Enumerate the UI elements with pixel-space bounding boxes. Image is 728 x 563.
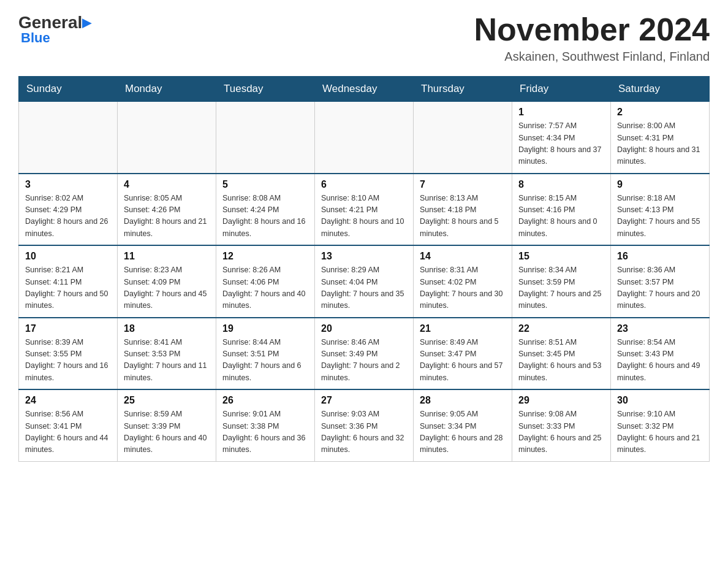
day-number: 10 <box>25 251 111 262</box>
calendar-cell: 11Sunrise: 8:23 AM Sunset: 4:09 PM Dayli… <box>118 245 216 318</box>
day-info: Sunrise: 8:31 AM Sunset: 4:02 PM Dayligh… <box>420 264 506 312</box>
day-info: Sunrise: 9:05 AM Sunset: 3:34 PM Dayligh… <box>420 408 506 456</box>
day-number: 5 <box>222 179 308 190</box>
calendar-cell <box>414 102 512 174</box>
day-info: Sunrise: 8:59 AM Sunset: 3:39 PM Dayligh… <box>124 408 210 456</box>
calendar-cell: 21Sunrise: 8:49 AM Sunset: 3:47 PM Dayli… <box>414 318 512 390</box>
calendar-cell <box>19 102 118 174</box>
location: Askainen, Southwest Finland, Finland <box>474 50 710 64</box>
day-info: Sunrise: 8:36 AM Sunset: 3:57 PM Dayligh… <box>617 264 703 312</box>
weekday-header-wednesday: Wednesday <box>315 77 414 102</box>
calendar-cell: 27Sunrise: 9:03 AM Sunset: 3:36 PM Dayli… <box>315 389 414 461</box>
day-number: 8 <box>518 179 604 190</box>
calendar-cell: 22Sunrise: 8:51 AM Sunset: 3:45 PM Dayli… <box>512 318 611 390</box>
day-info: Sunrise: 8:26 AM Sunset: 4:06 PM Dayligh… <box>222 264 308 312</box>
calendar-cell: 9Sunrise: 8:18 AM Sunset: 4:13 PM Daylig… <box>611 174 710 246</box>
day-info: Sunrise: 8:29 AM Sunset: 4:04 PM Dayligh… <box>321 264 407 312</box>
calendar-cell <box>118 102 216 174</box>
day-info: Sunrise: 8:02 AM Sunset: 4:29 PM Dayligh… <box>25 193 111 240</box>
day-info: Sunrise: 8:56 AM Sunset: 3:41 PM Dayligh… <box>25 408 111 456</box>
day-number: 15 <box>518 251 604 262</box>
day-number: 17 <box>25 323 111 334</box>
day-info: Sunrise: 8:13 AM Sunset: 4:18 PM Dayligh… <box>420 193 506 240</box>
day-info: Sunrise: 8:54 AM Sunset: 3:43 PM Dayligh… <box>617 337 703 385</box>
logo: General ▸ Blue <box>18 12 91 46</box>
day-number: 12 <box>222 251 308 262</box>
day-info: Sunrise: 8:21 AM Sunset: 4:11 PM Dayligh… <box>25 264 111 312</box>
calendar-cell: 29Sunrise: 9:08 AM Sunset: 3:33 PM Dayli… <box>512 389 611 461</box>
weekday-header-friday: Friday <box>512 77 611 102</box>
weekday-header-monday: Monday <box>118 77 216 102</box>
calendar-cell: 14Sunrise: 8:31 AM Sunset: 4:02 PM Dayli… <box>414 245 512 318</box>
calendar-week-5: 24Sunrise: 8:56 AM Sunset: 3:41 PM Dayli… <box>19 389 710 461</box>
weekday-header-sunday: Sunday <box>19 77 118 102</box>
calendar-cell: 2Sunrise: 8:00 AM Sunset: 4:31 PM Daylig… <box>611 102 710 174</box>
calendar-week-4: 17Sunrise: 8:39 AM Sunset: 3:55 PM Dayli… <box>19 318 710 390</box>
calendar-week-1: 1Sunrise: 7:57 AM Sunset: 4:34 PM Daylig… <box>19 102 710 174</box>
day-number: 29 <box>518 395 604 406</box>
day-number: 3 <box>25 179 111 190</box>
day-number: 18 <box>124 323 210 334</box>
calendar-week-3: 10Sunrise: 8:21 AM Sunset: 4:11 PM Dayli… <box>19 245 710 318</box>
calendar-cell <box>315 102 414 174</box>
day-info: Sunrise: 8:23 AM Sunset: 4:09 PM Dayligh… <box>124 264 210 312</box>
calendar-cell: 26Sunrise: 9:01 AM Sunset: 3:38 PM Dayli… <box>216 389 315 461</box>
logo-subtitle: Blue <box>21 30 50 46</box>
calendar-cell: 19Sunrise: 8:44 AM Sunset: 3:51 PM Dayli… <box>216 318 315 390</box>
page-header: General ▸ Blue November 2024 Askainen, S… <box>18 12 710 64</box>
calendar-cell: 18Sunrise: 8:41 AM Sunset: 3:53 PM Dayli… <box>118 318 216 390</box>
calendar-cell: 12Sunrise: 8:26 AM Sunset: 4:06 PM Dayli… <box>216 245 315 318</box>
day-info: Sunrise: 8:18 AM Sunset: 4:13 PM Dayligh… <box>617 193 703 240</box>
calendar-cell: 10Sunrise: 8:21 AM Sunset: 4:11 PM Dayli… <box>19 245 118 318</box>
calendar-cell: 8Sunrise: 8:15 AM Sunset: 4:16 PM Daylig… <box>512 174 611 246</box>
day-info: Sunrise: 8:05 AM Sunset: 4:26 PM Dayligh… <box>124 193 210 240</box>
day-number: 25 <box>124 395 210 406</box>
day-number: 21 <box>420 323 506 334</box>
calendar-cell: 20Sunrise: 8:46 AM Sunset: 3:49 PM Dayli… <box>315 318 414 390</box>
calendar-cell: 25Sunrise: 8:59 AM Sunset: 3:39 PM Dayli… <box>118 389 216 461</box>
day-number: 1 <box>518 107 604 118</box>
day-number: 26 <box>222 395 308 406</box>
day-info: Sunrise: 7:57 AM Sunset: 4:34 PM Dayligh… <box>518 120 604 168</box>
day-info: Sunrise: 8:08 AM Sunset: 4:24 PM Dayligh… <box>222 193 308 240</box>
calendar-cell: 15Sunrise: 8:34 AM Sunset: 3:59 PM Dayli… <box>512 245 611 318</box>
day-number: 2 <box>617 107 703 118</box>
day-info: Sunrise: 8:51 AM Sunset: 3:45 PM Dayligh… <box>518 337 604 385</box>
day-number: 19 <box>222 323 308 334</box>
calendar-cell: 24Sunrise: 8:56 AM Sunset: 3:41 PM Dayli… <box>19 389 118 461</box>
day-number: 22 <box>518 323 604 334</box>
day-number: 9 <box>617 179 703 190</box>
day-number: 23 <box>617 323 703 334</box>
calendar-header-row: SundayMondayTuesdayWednesdayThursdayFrid… <box>19 77 710 102</box>
logo-general: General <box>18 13 82 33</box>
day-number: 28 <box>420 395 506 406</box>
day-number: 13 <box>321 251 407 262</box>
weekday-header-saturday: Saturday <box>611 77 710 102</box>
day-number: 24 <box>25 395 111 406</box>
day-info: Sunrise: 8:49 AM Sunset: 3:47 PM Dayligh… <box>420 337 506 385</box>
day-info: Sunrise: 8:39 AM Sunset: 3:55 PM Dayligh… <box>25 337 111 385</box>
day-info: Sunrise: 9:01 AM Sunset: 3:38 PM Dayligh… <box>222 408 308 456</box>
calendar-cell: 4Sunrise: 8:05 AM Sunset: 4:26 PM Daylig… <box>118 174 216 246</box>
day-number: 6 <box>321 179 407 190</box>
calendar-cell: 6Sunrise: 8:10 AM Sunset: 4:21 PM Daylig… <box>315 174 414 246</box>
calendar-week-2: 3Sunrise: 8:02 AM Sunset: 4:29 PM Daylig… <box>19 174 710 246</box>
day-number: 30 <box>617 395 703 406</box>
day-number: 14 <box>420 251 506 262</box>
day-info: Sunrise: 8:46 AM Sunset: 3:49 PM Dayligh… <box>321 337 407 385</box>
calendar-cell: 1Sunrise: 7:57 AM Sunset: 4:34 PM Daylig… <box>512 102 611 174</box>
title-area: November 2024 Askainen, Southwest Finlan… <box>474 12 710 64</box>
calendar-cell: 13Sunrise: 8:29 AM Sunset: 4:04 PM Dayli… <box>315 245 414 318</box>
calendar-cell <box>216 102 315 174</box>
day-number: 11 <box>124 251 210 262</box>
month-title: November 2024 <box>474 12 710 47</box>
day-info: Sunrise: 8:41 AM Sunset: 3:53 PM Dayligh… <box>124 337 210 385</box>
day-info: Sunrise: 9:08 AM Sunset: 3:33 PM Dayligh… <box>518 408 604 456</box>
day-info: Sunrise: 8:34 AM Sunset: 3:59 PM Dayligh… <box>518 264 604 312</box>
day-info: Sunrise: 9:10 AM Sunset: 3:32 PM Dayligh… <box>617 408 703 456</box>
day-number: 7 <box>420 179 506 190</box>
calendar-cell: 3Sunrise: 8:02 AM Sunset: 4:29 PM Daylig… <box>19 174 118 246</box>
day-info: Sunrise: 8:10 AM Sunset: 4:21 PM Dayligh… <box>321 193 407 240</box>
calendar-cell: 16Sunrise: 8:36 AM Sunset: 3:57 PM Dayli… <box>611 245 710 318</box>
day-info: Sunrise: 8:44 AM Sunset: 3:51 PM Dayligh… <box>222 337 308 385</box>
